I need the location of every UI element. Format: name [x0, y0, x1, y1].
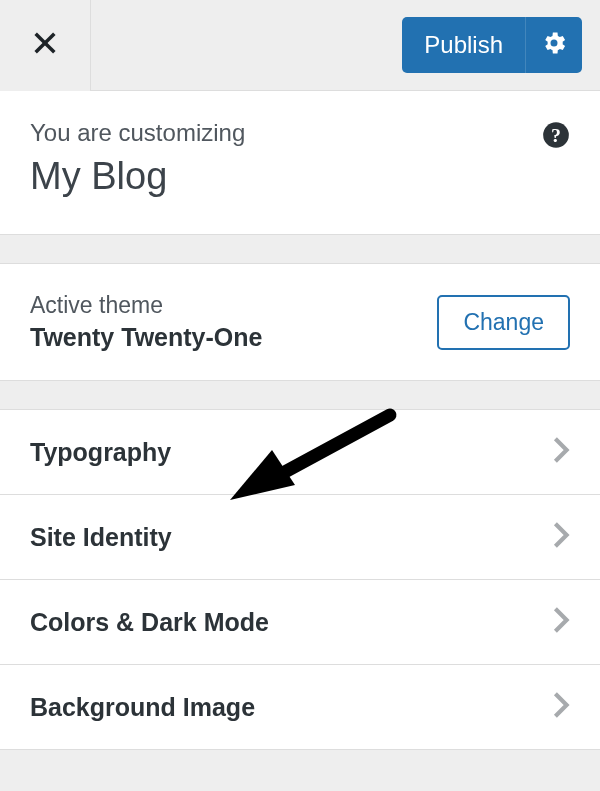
- menu-item-label: Site Identity: [30, 523, 172, 552]
- theme-info: Active theme Twenty Twenty-One: [30, 292, 262, 352]
- svg-text:?: ?: [551, 124, 561, 146]
- customizing-section: You are customizing My Blog ?: [0, 91, 600, 235]
- menu-item-colors-dark-mode[interactable]: Colors & Dark Mode: [0, 579, 600, 664]
- close-icon: [31, 29, 59, 61]
- menu-item-label: Typography: [30, 438, 171, 467]
- section-gap: [0, 235, 600, 263]
- menu-item-typography[interactable]: Typography: [0, 409, 600, 494]
- change-theme-button[interactable]: Change: [437, 295, 570, 350]
- publish-button[interactable]: Publish: [402, 17, 526, 73]
- menu-item-site-identity[interactable]: Site Identity: [0, 494, 600, 579]
- menu-item-label: Colors & Dark Mode: [30, 608, 269, 637]
- publish-group: Publish: [402, 17, 582, 73]
- menu-item-label: Background Image: [30, 693, 255, 722]
- active-theme-label: Active theme: [30, 292, 262, 319]
- customizer-header: Publish: [0, 0, 600, 91]
- change-label: Change: [463, 309, 544, 335]
- active-theme-name: Twenty Twenty-One: [30, 323, 262, 352]
- publish-label: Publish: [424, 31, 503, 59]
- publish-settings-button[interactable]: [526, 17, 582, 73]
- menu-item-background-image[interactable]: Background Image: [0, 664, 600, 750]
- chevron-right-icon: [552, 691, 570, 723]
- customizer-menu: Typography Site Identity Colors & Dark M…: [0, 409, 600, 750]
- help-button[interactable]: ?: [542, 121, 570, 149]
- close-button[interactable]: [0, 0, 91, 91]
- chevron-right-icon: [552, 521, 570, 553]
- site-title: My Blog: [30, 155, 570, 198]
- chevron-right-icon: [552, 606, 570, 638]
- gear-icon: [540, 29, 568, 61]
- customizing-label: You are customizing: [30, 119, 570, 147]
- active-theme-section: Active theme Twenty Twenty-One Change: [0, 263, 600, 381]
- help-icon: ?: [542, 135, 570, 152]
- chevron-right-icon: [552, 436, 570, 468]
